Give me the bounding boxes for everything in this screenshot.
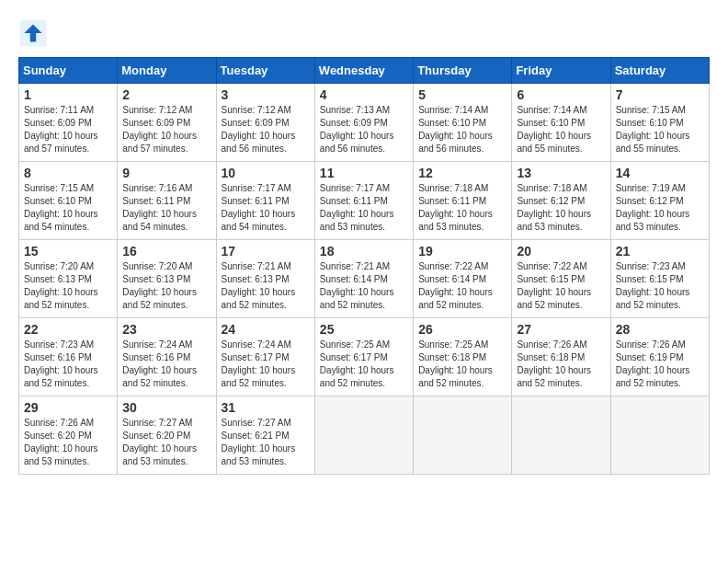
day-cell-11: 11 Sunrise: 7:17 AM Sunset: 6:11 PM Dayl… xyxy=(314,162,413,240)
day-info: Sunrise: 7:26 AM Sunset: 6:20 PM Dayligh… xyxy=(24,417,112,468)
day-cell-5: 5 Sunrise: 7:14 AM Sunset: 6:10 PM Dayli… xyxy=(414,84,512,162)
day-info: Sunrise: 7:25 AM Sunset: 6:18 PM Dayligh… xyxy=(418,339,506,390)
col-header-tuesday: Tuesday xyxy=(216,58,314,84)
day-cell-23: 23 Sunrise: 7:24 AM Sunset: 6:16 PM Dayl… xyxy=(118,318,216,396)
empty-cell xyxy=(610,396,709,475)
empty-cell xyxy=(414,396,512,475)
day-info: Sunrise: 7:13 AM Sunset: 6:09 PM Dayligh… xyxy=(320,104,408,155)
day-info: Sunrise: 7:17 AM Sunset: 6:11 PM Dayligh… xyxy=(320,182,408,234)
day-cell-25: 25 Sunrise: 7:25 AM Sunset: 6:17 PM Dayl… xyxy=(314,318,413,396)
day-cell-14: 14 Sunrise: 7:19 AM Sunset: 6:12 PM Dayl… xyxy=(610,162,709,240)
empty-cell xyxy=(512,396,610,475)
day-info: Sunrise: 7:14 AM Sunset: 6:10 PM Dayligh… xyxy=(517,104,605,155)
day-info: Sunrise: 7:18 AM Sunset: 6:12 PM Dayligh… xyxy=(517,182,605,234)
day-info: Sunrise: 7:11 AM Sunset: 6:09 PM Dayligh… xyxy=(24,104,112,155)
day-cell-3: 3 Sunrise: 7:12 AM Sunset: 6:09 PM Dayli… xyxy=(216,84,314,162)
day-number: 23 xyxy=(122,322,210,337)
day-info: Sunrise: 7:26 AM Sunset: 6:18 PM Dayligh… xyxy=(517,339,605,390)
day-info: Sunrise: 7:22 AM Sunset: 6:14 PM Dayligh… xyxy=(418,260,506,312)
day-cell-22: 22 Sunrise: 7:23 AM Sunset: 6:16 PM Dayl… xyxy=(19,318,118,396)
day-number: 26 xyxy=(418,322,506,337)
day-cell-29: 29 Sunrise: 7:26 AM Sunset: 6:20 PM Dayl… xyxy=(19,396,118,475)
week-row-2: 8 Sunrise: 7:15 AM Sunset: 6:10 PM Dayli… xyxy=(19,162,710,240)
day-number: 6 xyxy=(517,87,605,102)
day-cell-8: 8 Sunrise: 7:15 AM Sunset: 6:10 PM Dayli… xyxy=(19,162,118,240)
day-cell-27: 27 Sunrise: 7:26 AM Sunset: 6:18 PM Dayl… xyxy=(512,318,610,396)
day-number: 4 xyxy=(320,87,408,102)
day-info: Sunrise: 7:20 AM Sunset: 6:13 PM Dayligh… xyxy=(24,260,112,312)
col-header-saturday: Saturday xyxy=(610,58,709,84)
day-cell-30: 30 Sunrise: 7:27 AM Sunset: 6:20 PM Dayl… xyxy=(118,396,216,475)
day-number: 30 xyxy=(122,400,210,415)
day-info: Sunrise: 7:21 AM Sunset: 6:13 PM Dayligh… xyxy=(222,260,310,312)
day-cell-21: 21 Sunrise: 7:23 AM Sunset: 6:15 PM Dayl… xyxy=(610,240,709,318)
col-header-sunday: Sunday xyxy=(19,58,118,84)
day-number: 12 xyxy=(418,166,506,180)
day-info: Sunrise: 7:19 AM Sunset: 6:12 PM Dayligh… xyxy=(616,182,704,234)
day-number: 27 xyxy=(517,322,605,337)
calendar: SundayMondayTuesdayWednesdayThursdayFrid… xyxy=(18,57,710,475)
day-number: 31 xyxy=(222,400,310,415)
day-number: 8 xyxy=(24,166,112,180)
day-cell-19: 19 Sunrise: 7:22 AM Sunset: 6:14 PM Dayl… xyxy=(414,240,512,318)
day-number: 19 xyxy=(418,244,506,259)
day-info: Sunrise: 7:26 AM Sunset: 6:19 PM Dayligh… xyxy=(616,339,704,390)
day-number: 1 xyxy=(24,87,112,102)
col-header-friday: Friday xyxy=(512,58,610,84)
day-cell-17: 17 Sunrise: 7:21 AM Sunset: 6:13 PM Dayl… xyxy=(216,240,314,318)
day-info: Sunrise: 7:12 AM Sunset: 6:09 PM Dayligh… xyxy=(222,104,310,155)
day-cell-20: 20 Sunrise: 7:22 AM Sunset: 6:15 PM Dayl… xyxy=(512,240,610,318)
day-info: Sunrise: 7:27 AM Sunset: 6:21 PM Dayligh… xyxy=(222,417,310,468)
day-cell-9: 9 Sunrise: 7:16 AM Sunset: 6:11 PM Dayli… xyxy=(118,162,216,240)
day-cell-4: 4 Sunrise: 7:13 AM Sunset: 6:09 PM Dayli… xyxy=(314,84,413,162)
col-header-thursday: Thursday xyxy=(414,58,512,84)
day-cell-26: 26 Sunrise: 7:25 AM Sunset: 6:18 PM Dayl… xyxy=(414,318,512,396)
day-number: 20 xyxy=(517,244,605,259)
day-number: 2 xyxy=(122,87,210,102)
day-info: Sunrise: 7:23 AM Sunset: 6:16 PM Dayligh… xyxy=(24,339,112,390)
day-number: 21 xyxy=(616,244,704,259)
day-cell-31: 31 Sunrise: 7:27 AM Sunset: 6:21 PM Dayl… xyxy=(216,396,314,475)
day-info: Sunrise: 7:22 AM Sunset: 6:15 PM Dayligh… xyxy=(517,260,605,312)
day-cell-1: 1 Sunrise: 7:11 AM Sunset: 6:09 PM Dayli… xyxy=(19,84,118,162)
day-info: Sunrise: 7:17 AM Sunset: 6:11 PM Dayligh… xyxy=(222,182,310,234)
header xyxy=(18,18,710,48)
day-info: Sunrise: 7:21 AM Sunset: 6:14 PM Dayligh… xyxy=(320,260,408,312)
day-number: 9 xyxy=(122,166,210,180)
day-cell-28: 28 Sunrise: 7:26 AM Sunset: 6:19 PM Dayl… xyxy=(610,318,709,396)
day-number: 28 xyxy=(616,322,704,337)
day-info: Sunrise: 7:23 AM Sunset: 6:15 PM Dayligh… xyxy=(616,260,704,312)
day-info: Sunrise: 7:18 AM Sunset: 6:11 PM Dayligh… xyxy=(418,182,506,234)
day-info: Sunrise: 7:15 AM Sunset: 6:10 PM Dayligh… xyxy=(616,104,704,155)
day-number: 3 xyxy=(222,87,310,102)
col-header-wednesday: Wednesday xyxy=(314,58,413,84)
day-cell-15: 15 Sunrise: 7:20 AM Sunset: 6:13 PM Dayl… xyxy=(19,240,118,318)
week-row-3: 15 Sunrise: 7:20 AM Sunset: 6:13 PM Dayl… xyxy=(19,240,710,318)
day-info: Sunrise: 7:12 AM Sunset: 6:09 PM Dayligh… xyxy=(122,104,210,155)
day-cell-18: 18 Sunrise: 7:21 AM Sunset: 6:14 PM Dayl… xyxy=(314,240,413,318)
col-header-monday: Monday xyxy=(118,58,216,84)
day-number: 16 xyxy=(122,244,210,259)
day-number: 22 xyxy=(24,322,112,337)
calendar-header-row: SundayMondayTuesdayWednesdayThursdayFrid… xyxy=(19,58,710,84)
day-number: 18 xyxy=(320,244,408,259)
logo xyxy=(18,18,51,48)
day-cell-12: 12 Sunrise: 7:18 AM Sunset: 6:11 PM Dayl… xyxy=(414,162,512,240)
day-cell-7: 7 Sunrise: 7:15 AM Sunset: 6:10 PM Dayli… xyxy=(610,84,709,162)
day-cell-16: 16 Sunrise: 7:20 AM Sunset: 6:13 PM Dayl… xyxy=(118,240,216,318)
day-info: Sunrise: 7:15 AM Sunset: 6:10 PM Dayligh… xyxy=(24,182,112,234)
week-row-1: 1 Sunrise: 7:11 AM Sunset: 6:09 PM Dayli… xyxy=(19,84,710,162)
day-number: 14 xyxy=(616,166,704,180)
day-number: 25 xyxy=(320,322,408,337)
day-number: 7 xyxy=(616,87,704,102)
day-number: 29 xyxy=(24,400,112,415)
day-info: Sunrise: 7:24 AM Sunset: 6:17 PM Dayligh… xyxy=(222,339,310,390)
day-cell-10: 10 Sunrise: 7:17 AM Sunset: 6:11 PM Dayl… xyxy=(216,162,314,240)
logo-icon xyxy=(18,18,48,48)
day-number: 13 xyxy=(517,166,605,180)
day-info: Sunrise: 7:27 AM Sunset: 6:20 PM Dayligh… xyxy=(122,417,210,468)
day-info: Sunrise: 7:16 AM Sunset: 6:11 PM Dayligh… xyxy=(122,182,210,234)
day-info: Sunrise: 7:25 AM Sunset: 6:17 PM Dayligh… xyxy=(320,339,408,390)
day-number: 10 xyxy=(222,166,310,180)
day-number: 11 xyxy=(320,166,408,180)
